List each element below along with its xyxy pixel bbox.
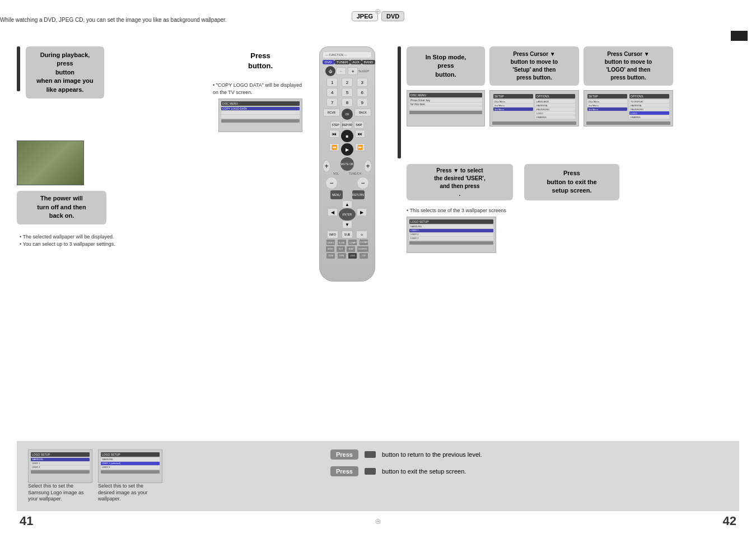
stop-btn[interactable]: ■	[341, 130, 353, 142]
setup-btn-icon	[365, 468, 376, 475]
dpad-right-btn[interactable]: ▶	[357, 208, 367, 216]
dpad-up-btn[interactable]: ▲	[342, 200, 352, 208]
dpad-down-btn[interactable]: ▼	[342, 221, 352, 228]
video-btn[interactable]: VIDEO	[326, 240, 335, 245]
play-btn[interactable]: ▶	[341, 143, 353, 156]
return-btn[interactable]: RETURN	[352, 190, 365, 199]
num-7[interactable]: 7	[326, 98, 338, 107]
nav-center-btn[interactable]: OK	[342, 109, 353, 120]
sub-btn[interactable]: SUB	[342, 231, 353, 238]
menu-header-text: DISC MENU	[222, 102, 238, 105]
menu-header: DISC MENU	[221, 101, 300, 106]
band-btn[interactable]: BAND	[362, 60, 376, 64]
bullet-1: The selected wallpaper will be displayed…	[20, 233, 308, 241]
remote-btn-b[interactable]: ⊕	[348, 67, 358, 75]
black-corner-rect	[731, 31, 748, 41]
remote-bottom: INFO SUB ⊙ VIDEO S-VID COMP CLR BAR WIDE…	[323, 231, 372, 259]
tune-up-btn[interactable]: +	[364, 160, 372, 172]
yllo-btn[interactable]: YLLO	[337, 246, 345, 252]
rwd-btn[interactable]: ⏪	[329, 143, 339, 151]
num-8[interactable]: 8	[342, 98, 353, 107]
child-image-row	[17, 140, 308, 185]
power-btn[interactable]: ⏻	[325, 66, 335, 76]
rcvr-btn[interactable]: RCVR	[323, 109, 340, 116]
clrbar-btn[interactable]: CLR BAR	[360, 240, 368, 245]
fwd-btn[interactable]: ⏩	[355, 143, 365, 151]
m4-samsung: SAMSUNG	[409, 225, 493, 228]
wideo-btn[interactable]: WIDEO	[326, 246, 334, 252]
skip-btn[interactable]: SKIP	[354, 121, 364, 129]
mute-btn[interactable]: MUTE OK	[340, 157, 354, 171]
menu2-bottom	[492, 121, 576, 125]
child-photo	[17, 140, 84, 185]
replay-btn[interactable]: REPOR	[342, 121, 352, 129]
crosshair-top: ⊕	[375, 7, 381, 16]
vol-tune-labels: VOL TUNE/CH	[333, 172, 361, 175]
r-menu-2: for this item	[409, 102, 482, 106]
next-btn[interactable]: ⏭	[355, 130, 365, 138]
syen-btn[interactable]: SYEN	[338, 253, 346, 259]
right-step2-screenshot: SETUP Disc Menu 2nd Menu 3rd Menu OPTION…	[489, 90, 579, 127]
right-step4-5-row: Press ▼ to selectthe desired 'USER',and …	[407, 164, 739, 253]
bs2-samsung: SAMSUNG	[101, 458, 160, 461]
vol-minus-btn[interactable]: −	[325, 177, 338, 189]
remote-prev-next-row: ⏮ ■ ⏭	[323, 130, 372, 142]
m4-user3: USER 3	[409, 237, 493, 240]
num-9[interactable]: 9	[357, 98, 368, 107]
bottom-right: Press button to return to the previous l…	[319, 449, 728, 503]
left-step2-text: Pressbutton.	[248, 51, 273, 70]
prev-btn[interactable]: ⏮	[329, 130, 339, 138]
info-btn[interactable]: INFO	[327, 231, 338, 238]
svid-btn[interactable]: S-VID	[338, 240, 346, 245]
soundreid-btn[interactable]: SOUNREID	[357, 246, 368, 252]
dvd-btn[interactable]: DVD	[323, 60, 334, 64]
right-step4: Press ▼ to selectthe desired 'USER',and …	[407, 164, 519, 253]
remote-dpad: ▲ ◀ ENTER ▶ ▼	[323, 200, 372, 228]
num-4[interactable]: 4	[326, 88, 338, 97]
menu-bottom	[221, 119, 300, 123]
sdbd-btn[interactable]: SDBD	[347, 246, 355, 252]
press-label-1: Press	[330, 449, 358, 460]
tuner-btn[interactable]: TUNER	[334, 60, 351, 64]
bs1-header: LOGO SETUP	[31, 452, 90, 457]
vol-plus-btn[interactable]: +	[323, 160, 330, 172]
dpad-down-row: ▼	[342, 221, 352, 228]
right-step1-text: In Stop mode,pressbutton.	[426, 53, 466, 79]
r-menu-1: Press Enter key	[409, 99, 482, 102]
aux-btn[interactable]: AUX	[350, 60, 361, 64]
bottom-left: LOGO SETUP SAMSUNG USER 1 USER 2 Select …	[28, 449, 319, 503]
num-2[interactable]: 2	[342, 78, 353, 87]
m2r-3: PASSWORD	[535, 107, 575, 111]
remote-btn-a[interactable]: ···	[336, 67, 346, 75]
m3r-3: PASSWORD	[629, 107, 669, 111]
right-step3: Press Cursor ▼button to move to'LOGO' an…	[584, 46, 673, 158]
left-vert-bar	[17, 46, 20, 91]
logo-btn[interactable]: LOGO	[348, 253, 357, 259]
bs2-user1: USER 1 (selected)	[101, 462, 160, 465]
step-btn[interactable]: STEP	[330, 121, 340, 129]
menu-btn[interactable]: MENU	[330, 190, 343, 199]
num-3[interactable]: 3	[357, 78, 368, 87]
zoom-btn[interactable]: ZOOM	[326, 253, 335, 259]
left-step2-area: Pressbutton. • "COPY LOGO DATA" will be …	[213, 46, 308, 132]
back-btn[interactable]: BACK	[354, 109, 371, 116]
r-menu-3	[409, 106, 482, 110]
enter-btn[interactable]: ENTER	[339, 208, 356, 221]
tune-down-btn[interactable]: −	[357, 177, 369, 189]
dpad-left-btn[interactable]: ◀	[328, 208, 338, 216]
tag-btn[interactable]: ⊙	[356, 231, 367, 238]
m2r-2: PARENTAL	[535, 104, 575, 107]
comp-btn[interactable]: COMP	[348, 240, 357, 245]
remote-vol-row: + MUTE OK VOL TUNE/CH +	[323, 157, 372, 175]
num-5[interactable]: 5	[342, 88, 353, 97]
ctn-btn[interactable]: CTN	[360, 253, 368, 259]
num-6[interactable]: 6	[357, 88, 368, 97]
num-1[interactable]: 1	[326, 78, 338, 87]
right-step3-text: Press Cursor ▼button to move to'LOGO' an…	[605, 50, 652, 82]
bottom-img1: LOGO SETUP SAMSUNG USER 1 USER 2 Select …	[28, 449, 92, 503]
press-return-row: Press button to return to the previous l…	[330, 449, 728, 460]
menu3-left: SETUP Disc Menu 2nd Menu 3rd Menu	[586, 93, 628, 120]
right-step2-box: Press Cursor ▼button to move to'Setup' a…	[489, 46, 579, 86]
remote-func-btns: DVD TUNER AUX BAND	[323, 60, 372, 64]
left-step2-note: • "COPY LOGO DATA" will be displayed on …	[213, 82, 308, 96]
